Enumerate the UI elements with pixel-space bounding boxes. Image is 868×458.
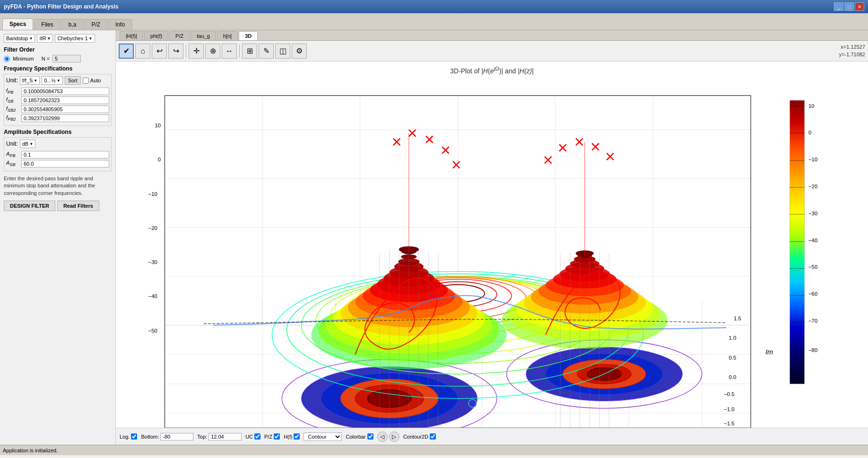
fsb-label: fSB	[6, 97, 21, 104]
z-tick-6: −40	[148, 293, 157, 299]
tab-files[interactable]: Files	[34, 19, 60, 30]
cb-tick-5: −30	[808, 211, 817, 216]
hint-text: Enter the desired pass band ripple and m…	[4, 175, 112, 197]
maximize-button[interactable]: □	[844, 2, 854, 11]
zoom-fit-tool[interactable]: ↔	[222, 44, 237, 59]
settings-tool[interactable]: ⚙	[292, 44, 307, 59]
cb-tick-6: −40	[808, 237, 817, 243]
plot-tab-phif[interactable]: phi(f)	[144, 31, 168, 40]
design-filter-button[interactable]: DESIGN FILTER	[4, 201, 55, 211]
sort-button[interactable]: Sort	[65, 76, 81, 85]
fpb-input[interactable]	[21, 88, 109, 95]
fsb2-row: fSB2	[6, 106, 109, 113]
uc-label: UC	[245, 434, 253, 440]
bottom-bar: Log. Bottom: Top: UC P/Z H(f)	[116, 428, 868, 445]
left-panel: Bandstop IIR Chebychev 1 Filter Order Mi…	[0, 30, 116, 445]
y-tick-6: −1.0	[724, 406, 734, 412]
circle-btn-left[interactable]: ◁	[377, 432, 388, 442]
cb-tick-8: −60	[808, 291, 817, 297]
bottom-input[interactable]	[160, 433, 193, 440]
auto-checkbox[interactable]	[83, 78, 89, 84]
im-axis-label: Im	[765, 348, 773, 356]
hf-label: H(f)	[284, 434, 292, 440]
plot-svg: Re Im −1.5 −1.0 −0.5 0.0 0.5 1.0 1.5 1.0…	[116, 79, 868, 428]
menu-tabs: Specs Files b,a P/Z Info	[0, 13, 868, 30]
plot-tab-hn[interactable]: h[n]	[217, 31, 238, 40]
fpb2-input[interactable]	[21, 114, 109, 122]
plot-tab-hf[interactable]: |H(f)|	[120, 31, 143, 40]
n-input[interactable]	[52, 55, 81, 62]
plot-tab-pz[interactable]: P/Z	[169, 31, 190, 40]
forward-tool[interactable]: ↪	[168, 44, 183, 59]
minimum-radio[interactable]	[4, 56, 10, 62]
y-tick-3: 0.5	[729, 354, 737, 360]
filter-type-dropdown[interactable]: Bandstop	[4, 34, 35, 43]
coord-y: y=-1.71082	[839, 51, 865, 58]
y-tick-2: 1.0	[729, 335, 737, 341]
minimize-button[interactable]: _	[834, 2, 843, 11]
tab-ba[interactable]: b,a	[61, 19, 84, 30]
fpb2-label: fPB2	[6, 114, 21, 122]
amp-unit-label: Unit:	[6, 141, 18, 147]
amp-unit-row: Unit: dB	[6, 140, 109, 148]
asb-input[interactable]	[21, 160, 109, 167]
status-text: Application is initialized.	[3, 448, 58, 453]
filter-order-title: Filter Order	[4, 46, 112, 53]
home-tool[interactable]: ⌂	[135, 44, 150, 59]
z-tick-4: −20	[148, 225, 157, 231]
apb-input[interactable]	[21, 151, 109, 159]
contour-dropdown[interactable]: Contour Wireframe Surface	[304, 432, 342, 441]
y-tick-5: −0.5	[724, 391, 734, 397]
filter-order-row: Minimum N =	[4, 55, 112, 62]
hf-item: H(f)	[284, 433, 300, 440]
z-tick-5: −30	[148, 259, 157, 265]
cb-tick-10: −80	[808, 347, 817, 353]
zoom-tool[interactable]: ⊕	[205, 44, 220, 59]
save-tool[interactable]: ◫	[275, 44, 290, 59]
uc-checkbox[interactable]	[254, 433, 260, 440]
coordinate-display: x=1.12527 y=-1.71082	[839, 44, 865, 58]
top-input[interactable]	[208, 433, 242, 440]
edit-tool[interactable]: ✎	[259, 44, 274, 59]
asb-label: ASB	[6, 160, 21, 167]
freq-unit-dropdown[interactable]: f/f_S	[20, 76, 40, 85]
check-tool[interactable]: ✔	[119, 44, 134, 59]
circle-btn-right[interactable]: ▷	[389, 432, 399, 442]
cb-tick-7: −50	[808, 264, 817, 270]
fsb-input[interactable]	[21, 97, 109, 104]
cb-tick-2: 0	[808, 130, 811, 135]
asb-row: ASB	[6, 160, 109, 167]
tab-pz[interactable]: P/Z	[84, 19, 107, 30]
log-checkbox[interactable]	[131, 433, 137, 440]
cb-tick-4: −20	[808, 184, 817, 189]
amp-specs-group: Unit: dB APB ASB	[4, 137, 112, 171]
freq-specs-group: Unit: f/f_S 0...½ Sort Auto fPB fSB fSB2	[4, 74, 112, 126]
filter-design-dropdown[interactable]: Chebychev 1	[55, 34, 95, 43]
amp-specs-title: Amplitude Specifications	[4, 129, 112, 135]
top-item: Top:	[197, 433, 242, 440]
tab-specs[interactable]: Specs	[2, 18, 33, 30]
fpb-row: fPB	[6, 88, 109, 95]
plot-tab-3d[interactable]: 3D	[239, 31, 258, 40]
plot-tab-taug[interactable]: tau_g	[191, 31, 216, 40]
colorbar-label: Colorbar	[346, 434, 365, 440]
freq-range-dropdown[interactable]: 0...½	[42, 76, 62, 85]
read-filters-button[interactable]: Read Filters	[57, 201, 99, 211]
contour2d-checkbox[interactable]	[430, 433, 436, 440]
close-button[interactable]: ✕	[855, 2, 864, 11]
back-tool[interactable]: ↩	[152, 44, 167, 59]
hf-checkbox[interactable]	[294, 433, 300, 440]
amp-unit-dropdown[interactable]: dB	[20, 140, 35, 148]
fpb-label: fPB	[6, 88, 21, 95]
filter-class-dropdown[interactable]: IIR	[37, 34, 53, 43]
grid-tool[interactable]: ⊞	[242, 44, 257, 59]
z-tick-2: 0	[158, 157, 161, 162]
tab-info[interactable]: Info	[108, 19, 132, 30]
pz-checkbox[interactable]	[274, 433, 280, 440]
fsb2-input[interactable]	[21, 106, 109, 113]
colorbar-checkbox[interactable]	[367, 433, 373, 440]
titlebar: pyFDA - Python Filter Design and Analysi…	[0, 0, 868, 13]
pan-tool[interactable]: ✛	[189, 44, 204, 59]
plot-container[interactable]: 3D-Plot of |H(ejΩ)| and |H(z)|	[116, 62, 868, 428]
z-tick-1: 10	[155, 123, 161, 128]
